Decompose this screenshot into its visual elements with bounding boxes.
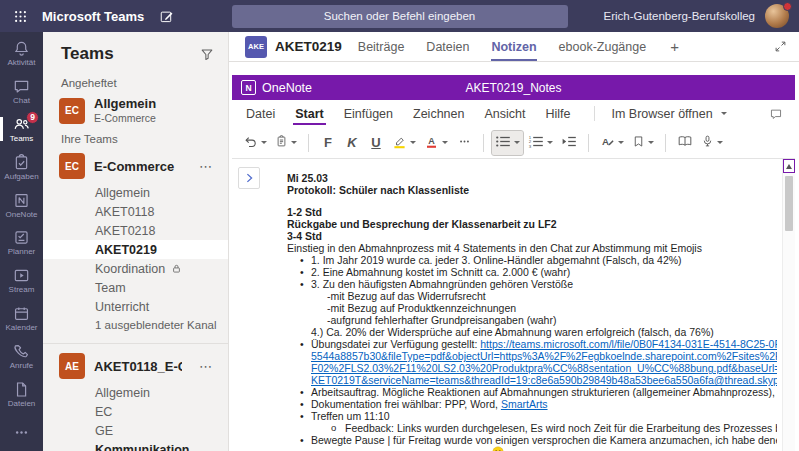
note-line: Arbeitsauftrag. Mögliche Reaktionen auf … [287,386,777,398]
team-options-icon[interactable]: ⋯ [191,159,220,174]
menu-ansicht[interactable]: Ansicht [484,100,525,127]
channel-item[interactable]: AKET0218 [43,221,228,240]
channel-item[interactable]: Kommunikation [43,440,228,451]
indent-icon [561,135,577,151]
channel-item[interactable]: AKET0219 [43,240,228,259]
more-formatting-button[interactable] [453,131,475,155]
rail-item-label: Teams [10,135,34,143]
rail-item-more[interactable] [0,413,43,451]
team-row[interactable]: AEAKET0118_E-Com⋯ [43,349,228,383]
bullet-list-button[interactable] [492,131,523,155]
user-avatar[interactable] [765,4,789,28]
channel-item[interactable]: Team [43,278,228,297]
scroll-up-button[interactable] [783,159,795,173]
svg-text:A: A [428,135,435,145]
section-label-your-teams: Ihre Teams [43,128,228,149]
undo-button[interactable] [240,131,270,155]
note-link[interactable]: F02%2FLS2.03%2F11%20LS2.03%20Produktpra%… [311,362,777,374]
styles-button[interactable]: A [597,131,627,155]
bold-button[interactable]: F [317,131,339,155]
italic-button[interactable]: K [341,131,363,155]
onenote-brand: OneNote [262,81,312,95]
menu-zeichnen[interactable]: Zeichnen [413,100,464,127]
note-link[interactable]: 5544a8857b30&fileType=pdf&objectUrl=http… [311,350,777,362]
rail-item-chat[interactable]: Chat [0,72,43,110]
styles-icon: A [600,134,615,152]
immersive-reader-button[interactable] [674,131,696,155]
reader-icon [677,135,693,150]
note-line: -aufgrund fehlerhafter Grundpreisangaben… [287,314,777,326]
channel-item[interactable]: GE [43,421,228,440]
highlighter-button[interactable] [389,131,419,155]
chevron-down-icon [514,141,520,144]
onenote-title-bar: N OneNote AKET0219_Notes [232,75,795,100]
channel-item[interactable]: AKET0118 [43,202,228,221]
rail-item-label: Chat [13,97,30,105]
org-name[interactable]: Erich-Gutenberg-Berufskolleg [604,10,756,22]
avatar-status-badge [783,2,792,11]
tab-beiträge[interactable]: Beiträge [358,32,405,61]
chevron-down-icon [442,141,448,144]
pinned-channel[interactable]: ECAllgemeinE-Commerce [43,93,228,128]
font-color-button[interactable]: A [421,131,451,155]
tags-button[interactable] [629,131,657,155]
team-avatar: EC [59,98,85,124]
expand-tab-icon[interactable] [774,32,787,61]
rail-item-onenote[interactable]: OneNote [0,186,43,224]
indent-button[interactable] [558,131,580,155]
chevron-down-icon [721,112,727,115]
filter-icon[interactable] [200,47,214,61]
menu-hilfe[interactable]: Hilfe [545,100,570,127]
format-bold-label: F [324,135,332,150]
channel-item[interactable]: Allgemein [43,183,228,202]
toolbar-separator [665,134,666,152]
toolbar-separator [483,134,484,152]
channel-header: AKE AKET0219 BeiträgeDateienNotizenebook… [229,32,799,62]
channel-name: Allgemein [95,186,150,200]
font-color-icon: A [424,134,439,152]
menu-datei[interactable]: Datei [246,100,275,127]
rail-item-assignments[interactable]: Aufgaben [0,148,43,186]
menu-start[interactable]: Start [295,100,323,127]
waffle-icon[interactable] [10,9,31,24]
search-input[interactable]: Suchen oder Befehl eingeben [232,5,568,28]
rail-item-calendar[interactable]: Kalender [0,299,43,337]
underline-button[interactable]: U [365,131,387,155]
paste-button[interactable] [272,131,300,155]
channel-item[interactable]: EC [43,402,228,421]
channel-item[interactable]: Unterricht [43,297,228,316]
rail-item-label: OneNote [5,211,37,219]
rail-item-activity[interactable]: Aktivität [0,34,43,72]
note-link[interactable]: SmartArts [501,398,548,410]
top-bar-right: Erich-Gutenberg-Berufskolleg [604,4,790,28]
numbered-list-button[interactable]: 123 [525,131,556,155]
tag-icon [632,135,645,151]
rail-item-calls[interactable]: Anrufe [0,337,43,375]
note-link[interactable]: KET0219T&serviceName=teams&threadId=19:c… [311,374,777,386]
rail-item-planner[interactable]: Planner [0,224,43,262]
team-row[interactable]: ECE-Commerce⋯ [43,149,228,183]
channel-item[interactable]: Koordination [43,259,228,278]
hidden-channels-note[interactable]: 1 ausgeblendeter Kanal [43,316,228,336]
chevron-down-icon [547,141,553,144]
menu-einfügen[interactable]: Einfügen [344,100,393,127]
nav-pane-toggle-button[interactable] [238,167,260,189]
rail-item-teams[interactable]: 9Teams [0,110,43,148]
open-in-browser-button[interactable]: Im Browser öffnen [594,106,726,121]
note-line: 3. Zu den häufigsten Abmahngründen gehör… [287,278,777,290]
scrollbar-thumb[interactable] [785,176,793,231]
rail-item-stream[interactable]: Stream [0,261,43,299]
note-editor[interactable]: Mi 25.03Protokoll: Schüler nach Klassenl… [287,172,777,451]
tab-notizen[interactable]: Notizen [491,32,536,61]
tab-dateien[interactable]: Dateien [426,32,469,61]
comments-icon[interactable] [769,107,783,121]
note-link[interactable]: https://teams.microsoft.com/l/file/0B0F4… [480,338,777,350]
tab-ebook-zugänge[interactable]: ebook-Zugänge [559,32,647,61]
vertical-scrollbar[interactable] [782,159,795,451]
channel-item[interactable]: Allgemein [43,383,228,402]
compose-icon[interactable] [159,9,174,24]
team-options-icon[interactable]: ⋯ [191,359,220,374]
rail-item-files[interactable]: Dateien [0,375,43,413]
dictate-button[interactable] [698,131,726,155]
add-tab-button[interactable]: + [668,32,681,61]
